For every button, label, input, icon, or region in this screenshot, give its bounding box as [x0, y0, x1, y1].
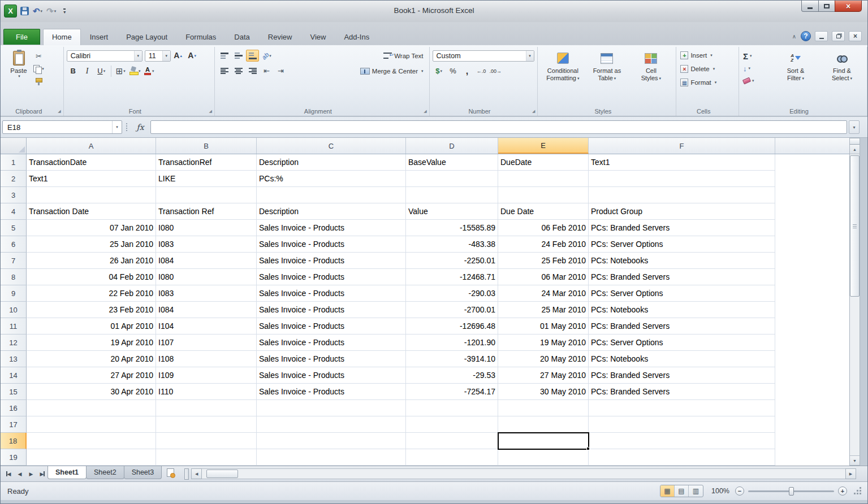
- format-cells-button[interactable]: ▦ Format ▾: [679, 76, 736, 89]
- cell-D14[interactable]: -29.53: [406, 367, 498, 384]
- cell-C8[interactable]: Sales Invoice - Products: [257, 269, 406, 285]
- cell-D15[interactable]: -7254.17: [406, 384, 498, 400]
- cell-F16[interactable]: [589, 400, 775, 416]
- increase-indent-button[interactable]: ⇥: [274, 65, 287, 77]
- row-header-2[interactable]: 2: [1, 171, 27, 187]
- format-painter-button[interactable]: [32, 75, 45, 87]
- fill-handle[interactable]: [586, 447, 590, 450]
- cell-A8[interactable]: 04 Feb 2010: [27, 269, 156, 285]
- bold-button[interactable]: B: [67, 65, 80, 77]
- conditional-formatting-button[interactable]: Conditional Formatting▾: [541, 49, 585, 106]
- close-button[interactable]: ×: [835, 1, 862, 12]
- cell-B12[interactable]: I107: [156, 334, 257, 351]
- borders-button[interactable]: ⊞▾: [114, 65, 127, 77]
- row-header-3[interactable]: 3: [1, 187, 27, 203]
- cell-A18[interactable]: [27, 433, 156, 449]
- scroll-up-button[interactable]: ▲: [850, 145, 860, 154]
- row-header-8[interactable]: 8: [1, 269, 27, 285]
- zoom-slider[interactable]: [748, 486, 834, 496]
- cell-E8[interactable]: 06 Mar 2010: [498, 269, 589, 285]
- alignment-dialog-launcher[interactable]: ◢: [424, 109, 426, 114]
- cell-A9[interactable]: 22 Feb 2010: [27, 285, 156, 302]
- font-dialog-launcher[interactable]: ◢: [209, 109, 212, 114]
- comma-style-button[interactable]: ,: [461, 65, 474, 77]
- cell-C2[interactable]: PCs:%: [257, 171, 406, 187]
- row-header-4[interactable]: 4: [1, 203, 27, 220]
- cell-A5[interactable]: 07 Jan 2010: [27, 220, 156, 236]
- cell-E19[interactable]: [498, 449, 589, 466]
- cell-E1[interactable]: DueDate: [498, 154, 589, 171]
- cell-F8[interactable]: PCs: Branded Servers: [589, 269, 775, 285]
- cell-B10[interactable]: I084: [156, 302, 257, 318]
- chevron-down-icon[interactable]: ▾: [152, 69, 154, 73]
- align-center-button[interactable]: [232, 65, 245, 77]
- cell-E17[interactable]: [498, 416, 589, 433]
- cell-B5[interactable]: I080: [156, 220, 257, 236]
- column-header-C[interactable]: C: [257, 138, 406, 154]
- tab-insert[interactable]: Insert: [81, 29, 118, 45]
- font-size-select[interactable]: 11 ▾: [145, 50, 171, 62]
- cell-D8[interactable]: -12468.71: [406, 269, 498, 285]
- cell-C1[interactable]: Description: [257, 154, 406, 171]
- cell-D9[interactable]: -290.03: [406, 285, 498, 302]
- maximize-button[interactable]: [818, 1, 835, 12]
- cell-A13[interactable]: 20 Apr 2010: [27, 351, 156, 367]
- page-break-view-button[interactable]: ▥: [689, 485, 703, 497]
- wrap-text-button[interactable]: ↩ Wrap Text: [381, 50, 426, 62]
- row-header-1[interactable]: 1: [1, 154, 27, 171]
- cell-A2[interactable]: Text1: [27, 171, 156, 187]
- zoom-slider-thumb[interactable]: [789, 487, 794, 496]
- sheet-tab-sheet2[interactable]: Sheet2: [86, 466, 124, 479]
- cell-C16[interactable]: [257, 400, 406, 416]
- row-header-6[interactable]: 6: [1, 236, 27, 253]
- column-header-D[interactable]: D: [406, 138, 498, 154]
- tab-page-layout[interactable]: Page Layout: [117, 29, 176, 45]
- cell-F12[interactable]: PCs: Server Options: [589, 334, 775, 351]
- bottom-align-button[interactable]: [246, 50, 259, 62]
- align-right-button[interactable]: [246, 65, 259, 77]
- cell-B8[interactable]: I080: [156, 269, 257, 285]
- cell-B3[interactable]: [156, 187, 257, 203]
- cell-E16[interactable]: [498, 400, 589, 416]
- cell-E4[interactable]: Due Date: [498, 203, 589, 220]
- cell-D6[interactable]: -483.38: [406, 236, 498, 253]
- cell-E11[interactable]: 01 May 2010: [498, 318, 589, 334]
- cell-D4[interactable]: Value: [406, 203, 498, 220]
- clear-button[interactable]: ▾: [742, 75, 771, 87]
- chevron-down-icon[interactable]: ▾: [134, 51, 142, 61]
- decrease-decimal-button[interactable]: .00→: [489, 65, 503, 77]
- cell-C17[interactable]: [257, 416, 406, 433]
- cell-F9[interactable]: PCs: Server Options: [589, 285, 775, 302]
- merge-center-button[interactable]: Merge & Center ▾: [357, 65, 426, 77]
- cell-F13[interactable]: PCs: Notebooks: [589, 351, 775, 367]
- cell-E7[interactable]: 25 Feb 2010: [498, 253, 589, 269]
- tab-home[interactable]: Home: [43, 29, 81, 45]
- cell-F5[interactable]: PCs: Branded Servers: [589, 220, 775, 236]
- cell-F1[interactable]: Text1: [589, 154, 775, 171]
- column-header-A[interactable]: A: [27, 138, 156, 154]
- cell-A12[interactable]: 19 Apr 2010: [27, 334, 156, 351]
- insert-cells-button[interactable]: + Insert ▾: [679, 49, 736, 62]
- cell-styles-button[interactable]: Cell Styles▾: [629, 49, 673, 106]
- chevron-down-icon[interactable]: ▾: [749, 66, 751, 71]
- cell-A14[interactable]: 27 Apr 2010: [27, 367, 156, 384]
- fill-button[interactable]: ↓ ▾: [742, 62, 771, 75]
- tab-add-ins[interactable]: Add-Ins: [335, 29, 378, 45]
- tab-view[interactable]: View: [301, 29, 335, 45]
- cell-D19[interactable]: [406, 449, 498, 466]
- row-header-5[interactable]: 5: [1, 220, 27, 236]
- column-header-B[interactable]: B: [156, 138, 257, 154]
- cell-D12[interactable]: -1201.90: [406, 334, 498, 351]
- workbook-restore-button[interactable]: [832, 31, 845, 41]
- cell-B6[interactable]: I083: [156, 236, 257, 253]
- sheet-tab-sheet3[interactable]: Sheet3: [124, 466, 162, 479]
- cell-A19[interactable]: [27, 449, 156, 466]
- cell-E10[interactable]: 25 Mar 2010: [498, 302, 589, 318]
- row-header-14[interactable]: 14: [1, 367, 27, 384]
- cell-E12[interactable]: 19 May 2010: [498, 334, 589, 351]
- cell-C12[interactable]: Sales Invoice - Products: [257, 334, 406, 351]
- cell-F15[interactable]: PCs: Branded Servers: [589, 384, 775, 400]
- row-header-11[interactable]: 11: [1, 318, 27, 334]
- chevron-down-icon[interactable]: ▾: [162, 51, 170, 61]
- cell-F7[interactable]: PCs: Notebooks: [589, 253, 775, 269]
